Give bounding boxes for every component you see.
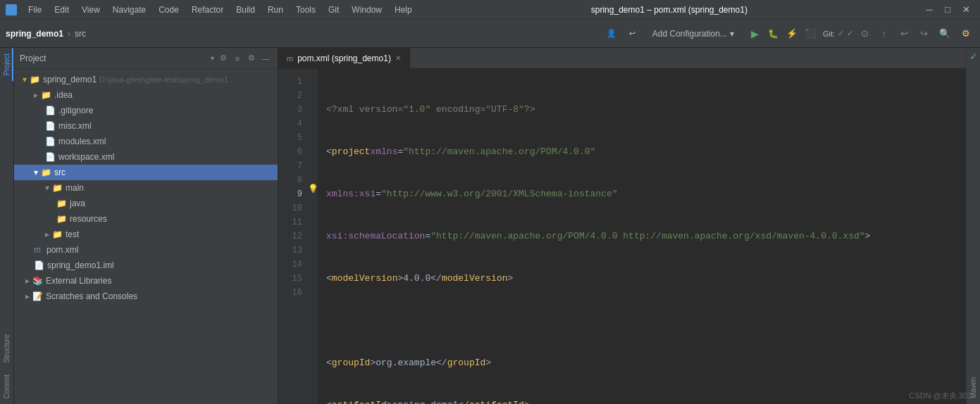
tree-iml[interactable]: 📄 spring_demo1.iml [14, 258, 278, 273]
menu-refactor[interactable]: Refactor [186, 4, 229, 16]
close-button[interactable]: ✕ [957, 1, 974, 18]
debug-button[interactable]: 🐛 [765, 25, 782, 42]
gutter-5 [308, 125, 318, 139]
tab-bar: m pom.xml (spring_demo1) ✕ [278, 48, 966, 69]
gutter-14 [308, 252, 318, 266]
menu-edit[interactable]: Edit [49, 4, 75, 16]
menu-window[interactable]: Window [346, 4, 387, 16]
stop-button[interactable]: ⬛ [802, 25, 819, 42]
tree-pom-label: pom.xml [46, 245, 78, 255]
tree-src[interactable]: ▾ 📁 src [14, 165, 278, 180]
code-line-3: xmlns:xsi="http://www.w3.org/2001/XMLSch… [323, 187, 966, 201]
tree-resources-label: resources [70, 214, 107, 224]
line-num-14: 14 [278, 258, 308, 272]
tree-idea[interactable]: ▸ 📁 .idea [14, 87, 278, 103]
iml-file-icon: 📄 [34, 260, 44, 270]
menu-view[interactable]: View [76, 4, 106, 16]
tree-main-label: main [66, 183, 84, 193]
tree-workspace[interactable]: 📄 workspace.xml [14, 149, 278, 165]
tree-iml-label: spring_demo1.iml [47, 260, 114, 270]
line-num-7: 7 [278, 159, 308, 173]
search-everywhere-button[interactable]: 🔍 [936, 25, 953, 42]
account-button[interactable]: 👤 [602, 26, 621, 41]
tab-close-btn[interactable]: ✕ [395, 54, 401, 62]
settings-button[interactable]: ⚙ [957, 25, 974, 42]
gutter-1 [308, 69, 318, 83]
menu-run[interactable]: Run [262, 4, 289, 16]
redo-button[interactable]: ↪ [915, 25, 932, 42]
main-expand-icon: ▾ [45, 183, 49, 193]
tab-project[interactable]: Project [0, 48, 13, 81]
tree-root[interactable]: ▾ 📁 spring_demo1 D:\java-gitee\gitee-tes… [14, 72, 278, 87]
git-log-button[interactable]: ⊙ [856, 25, 873, 42]
code-content[interactable]: <?xml version="1.0" encoding="UTF-8"?> <… [318, 69, 966, 404]
tab-structure[interactable]: Structure [0, 329, 13, 369]
minimize-button[interactable]: ─ [921, 1, 938, 18]
menu-code[interactable]: Code [153, 4, 185, 16]
menu-git[interactable]: Git [323, 4, 345, 16]
code-line-7: <groupId>org.example</groupId> [323, 356, 966, 370]
vcs-button[interactable]: ↩ [625, 26, 640, 41]
gutter-2 [308, 83, 318, 97]
line-num-8: 8 [278, 173, 308, 187]
editor-tab-pom[interactable]: m pom.xml (spring_demo1) ✕ [278, 48, 410, 69]
tab-commit[interactable]: Commit [0, 369, 13, 404]
tree-java-label: java [70, 198, 85, 208]
main-folder-icon: 📁 [52, 183, 63, 193]
menu-build[interactable]: Build [230, 4, 261, 16]
tree-gitignore[interactable]: 📄 .gitignore [14, 103, 278, 118]
git-check-icon: ✓ [838, 29, 844, 38]
tree-idea-label: .idea [54, 90, 73, 100]
menu-file[interactable]: File [23, 4, 47, 16]
git-push-button[interactable]: ↑ [876, 25, 893, 42]
panel-dropdown-icon: ▾ [211, 54, 214, 62]
profile-button[interactable]: ⚡ [783, 25, 800, 42]
panel-collapse-btn[interactable]: ≡ [231, 52, 244, 65]
tree-main[interactable]: ▾ 📁 main [14, 180, 278, 196]
tree-pom[interactable]: m pom.xml [14, 242, 278, 258]
menu-navigate[interactable]: Navigate [107, 4, 151, 16]
panel-gear-btn[interactable]: ⚙ [245, 52, 258, 65]
tree-java[interactable]: 📁 java [14, 196, 278, 211]
run-button[interactable]: ▶ [747, 25, 764, 42]
tab-label: pom.xml (spring_demo1) [297, 53, 391, 63]
tree-modules[interactable]: 📄 modules.xml [14, 134, 278, 149]
panel-close-btn[interactable]: — [259, 52, 272, 65]
menu-tools[interactable]: Tools [290, 4, 321, 16]
gutter-7 [308, 153, 318, 168]
add-configuration-arrow: ▾ [730, 29, 734, 39]
gutter-15 [308, 266, 318, 280]
test-folder-icon: 📁 [52, 229, 63, 239]
tree-external-libs[interactable]: ▸ 📚 External Libraries [14, 273, 278, 289]
src-folder-icon: 📁 [41, 168, 51, 177]
panel-header: Project ▾ ⚙ ≡ ⚙ — [14, 48, 278, 69]
menu-help[interactable]: Help [389, 4, 418, 16]
code-line-2: <project xmlns="http://maven.apache.org/… [323, 145, 966, 159]
src-expand-icon: ▾ [34, 168, 38, 177]
panel-settings-btn[interactable]: ⚙ [217, 52, 230, 65]
gutter-12 [308, 224, 318, 238]
ext-libs-expand-icon: ▸ [25, 276, 30, 286]
tree-misc[interactable]: 📄 misc.xml [14, 118, 278, 134]
tree-resources[interactable]: 📁 resources [14, 211, 278, 227]
tree-scratches[interactable]: ▸ 📝 Scratches and Consoles [14, 289, 278, 304]
code-line-5: <modelVersion>4.0.0</modelVersion> [323, 272, 966, 286]
add-configuration-button[interactable]: Add Configuration... ▾ [644, 26, 743, 42]
code-editor[interactable]: 1 2 3 4 5 6 7 8 9 10 11 12 13 14 15 16 [278, 69, 966, 404]
java-folder-icon: 📁 [56, 198, 67, 208]
undo-button[interactable]: ↩ [895, 25, 912, 42]
code-line-8: <artifactId>spring_demo1</artifactId> [323, 398, 966, 404]
run-icons: ▶ 🐛 ⚡ ⬛ [747, 25, 819, 42]
tree-src-label: src [54, 168, 66, 177]
maximize-button[interactable]: □ [939, 1, 956, 18]
maven-tab[interactable]: Maven [968, 372, 979, 404]
line-num-11: 11 [278, 215, 308, 229]
tree-test[interactable]: ▸ 📁 test [14, 227, 278, 242]
gutter-13 [308, 238, 318, 252]
root-path: D:\java-gitee\gitee-test\spring_demo1 [99, 75, 228, 84]
git-label: Git: [823, 30, 835, 38]
project-name: spring_demo1 [6, 29, 63, 39]
window-title: spring_demo1 – pom.xml (spring_demo1) [419, 5, 919, 15]
panel-icons: ⚙ ≡ ⚙ — [217, 52, 272, 65]
project-folder-icon: 📁 [30, 75, 40, 84]
